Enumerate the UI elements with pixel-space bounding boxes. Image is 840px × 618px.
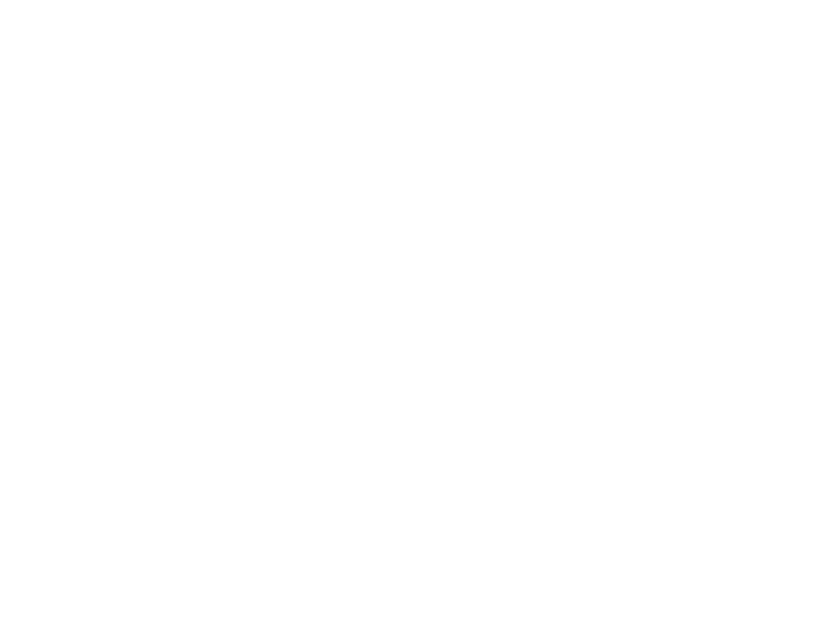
connectors <box>0 0 840 618</box>
org-chart <box>0 0 840 618</box>
